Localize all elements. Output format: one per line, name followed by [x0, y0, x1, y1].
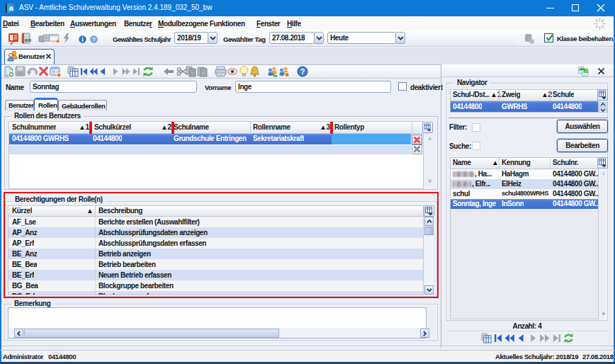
svg-text:?: ? [300, 67, 305, 76]
svg-text:?: ? [92, 36, 96, 42]
